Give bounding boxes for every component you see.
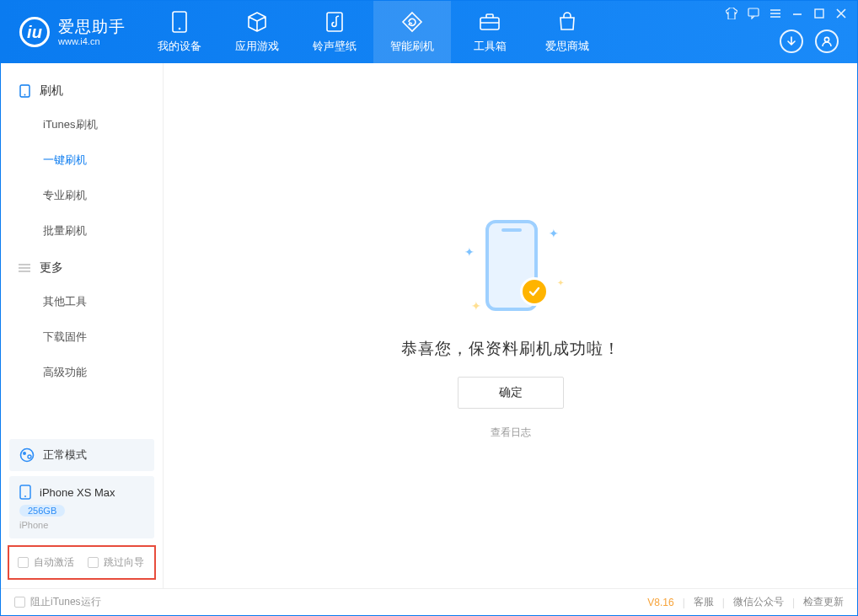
success-message: 恭喜您，保资料刷机成功啦！ xyxy=(401,338,620,360)
more-icon xyxy=(18,261,31,275)
nav-tab-label: 应用游戏 xyxy=(235,39,279,54)
nav-tab-toolbox[interactable]: 工具箱 xyxy=(451,1,528,63)
shop-icon xyxy=(555,10,579,34)
close-button[interactable] xyxy=(834,6,849,21)
svg-rect-3 xyxy=(480,18,499,29)
device-phone-icon xyxy=(19,485,31,500)
view-log-link[interactable]: 查看日志 xyxy=(491,426,531,440)
sparkle-icon: ✦ xyxy=(549,227,559,240)
checkbox-label: 跳过向导 xyxy=(104,555,144,570)
logo-icon: iu xyxy=(19,17,50,47)
nav-tab-ringtones[interactable]: 铃声壁纸 xyxy=(296,1,373,63)
nav-tab-label: 工具箱 xyxy=(474,39,507,54)
main-content: ✦ ✦ ✦ ✦ 恭喜您，保资料刷机成功啦！ 确定 查看日志 xyxy=(164,63,857,588)
svg-point-6 xyxy=(824,37,829,41)
sidebar-item-itunes-flash[interactable]: iTunes刷机 xyxy=(1,107,163,142)
checkbox-icon xyxy=(18,557,29,568)
sidebar-item-advanced[interactable]: 高级功能 xyxy=(1,355,163,390)
svg-rect-4 xyxy=(748,8,759,16)
sidebar-item-download-firmware[interactable]: 下载固件 xyxy=(1,319,163,355)
device-type: iPhone xyxy=(19,520,144,530)
skip-guide-checkbox[interactable]: 跳过向导 xyxy=(88,555,144,570)
status-link-update[interactable]: 检查更新 xyxy=(803,595,844,609)
svg-point-8 xyxy=(24,94,25,96)
sparkle-icon: ✦ xyxy=(557,278,564,287)
app-url: www.i4.cn xyxy=(58,36,126,47)
sparkle-icon: ✦ xyxy=(464,245,475,259)
sidebar-group-title: 更多 xyxy=(40,260,63,276)
feedback-icon[interactable] xyxy=(746,6,761,21)
flash-options-highlight: 自动激活 跳过向导 xyxy=(8,545,156,580)
checkbox-label: 自动激活 xyxy=(34,555,74,570)
sidebar-group-more: 更多 xyxy=(1,249,163,284)
nav-tab-device[interactable]: 我的设备 xyxy=(141,1,218,63)
status-link-wechat[interactable]: 微信公众号 xyxy=(733,595,784,609)
nav-tab-label: 智能刷机 xyxy=(390,39,434,54)
status-link-support[interactable]: 客服 xyxy=(694,595,714,609)
menu-icon[interactable] xyxy=(768,6,783,21)
nav-tab-apps[interactable]: 应用游戏 xyxy=(218,1,296,63)
svg-point-1 xyxy=(179,28,181,30)
mode-card[interactable]: 正常模式 xyxy=(9,439,154,471)
sidebar-item-oneclick-flash[interactable]: 一键刷机 xyxy=(1,142,163,178)
toolbox-icon xyxy=(478,10,501,34)
checkbox-icon xyxy=(88,557,99,568)
phone-icon xyxy=(18,84,31,98)
nav-tab-shop[interactable]: 爱思商城 xyxy=(528,1,606,63)
app-window: iu 爱思助手 www.i4.cn 我的设备 应用游戏 铃声壁纸 智能刷机 xyxy=(0,0,858,616)
nav-tabs: 我的设备 应用游戏 铃声壁纸 智能刷机 工具箱 爱思商城 xyxy=(141,1,606,63)
checkbox-label: 阻止iTunes运行 xyxy=(30,595,101,609)
ok-button[interactable]: 确定 xyxy=(458,377,564,409)
mode-icon xyxy=(19,447,35,463)
logo: iu 爱思助手 www.i4.cn xyxy=(1,17,141,47)
checkbox-icon xyxy=(14,597,25,608)
device-name: iPhone XS Max xyxy=(40,486,115,499)
svg-point-11 xyxy=(28,455,31,458)
sidebar-bottom: 正常模式 iPhone XS Max 256GB iPhone 自动激活 xyxy=(1,434,163,588)
sidebar-item-pro-flash[interactable]: 专业刷机 xyxy=(1,178,163,213)
sidebar-group-title: 刷机 xyxy=(40,83,63,99)
sidebar-group-flash: 刷机 xyxy=(1,72,163,107)
body: 刷机 iTunes刷机 一键刷机 专业刷机 批量刷机 更多 其他工具 下载固件 … xyxy=(1,63,857,588)
version-label: V8.16 xyxy=(647,597,673,608)
svg-rect-2 xyxy=(327,13,342,31)
user-button[interactable] xyxy=(815,29,839,53)
nav-tab-flash[interactable]: 智能刷机 xyxy=(373,1,451,63)
skin-icon[interactable] xyxy=(724,6,739,21)
sidebar: 刷机 iTunes刷机 一键刷机 专业刷机 批量刷机 更多 其他工具 下载固件 … xyxy=(1,63,164,588)
sidebar-item-batch-flash[interactable]: 批量刷机 xyxy=(1,213,163,249)
cube-icon xyxy=(245,10,269,34)
refresh-icon xyxy=(400,10,424,34)
titlebar: iu 爱思助手 www.i4.cn 我的设备 应用游戏 铃声壁纸 智能刷机 xyxy=(1,1,857,63)
music-icon xyxy=(323,10,346,34)
svg-point-10 xyxy=(23,452,26,455)
device-icon xyxy=(168,10,191,34)
svg-point-13 xyxy=(24,495,26,497)
checkmark-badge-icon xyxy=(520,277,549,306)
sidebar-item-other-tools[interactable]: 其他工具 xyxy=(1,284,163,319)
block-itunes-checkbox[interactable]: 阻止iTunes运行 xyxy=(14,595,101,609)
mode-label: 正常模式 xyxy=(43,447,87,463)
nav-tab-label: 我的设备 xyxy=(158,39,201,54)
maximize-button[interactable] xyxy=(812,6,827,21)
auto-activate-checkbox[interactable]: 自动激活 xyxy=(18,555,74,570)
nav-tab-label: 爱思商城 xyxy=(545,39,589,54)
sparkle-icon: ✦ xyxy=(471,299,481,313)
titlebar-actions xyxy=(780,29,839,53)
device-storage-badge: 256GB xyxy=(19,505,65,517)
svg-rect-5 xyxy=(815,9,823,18)
device-card[interactable]: iPhone XS Max 256GB iPhone xyxy=(9,476,154,538)
app-name: 爱思助手 xyxy=(58,18,126,36)
download-button[interactable] xyxy=(780,29,803,53)
window-controls xyxy=(724,6,849,21)
minimize-button[interactable] xyxy=(790,6,805,21)
statusbar: 阻止iTunes运行 V8.16 | 客服 | 微信公众号 | 检查更新 xyxy=(1,588,857,615)
nav-tab-label: 铃声壁纸 xyxy=(313,39,357,54)
svg-point-9 xyxy=(21,449,34,462)
success-illustration: ✦ ✦ ✦ ✦ xyxy=(456,212,566,321)
